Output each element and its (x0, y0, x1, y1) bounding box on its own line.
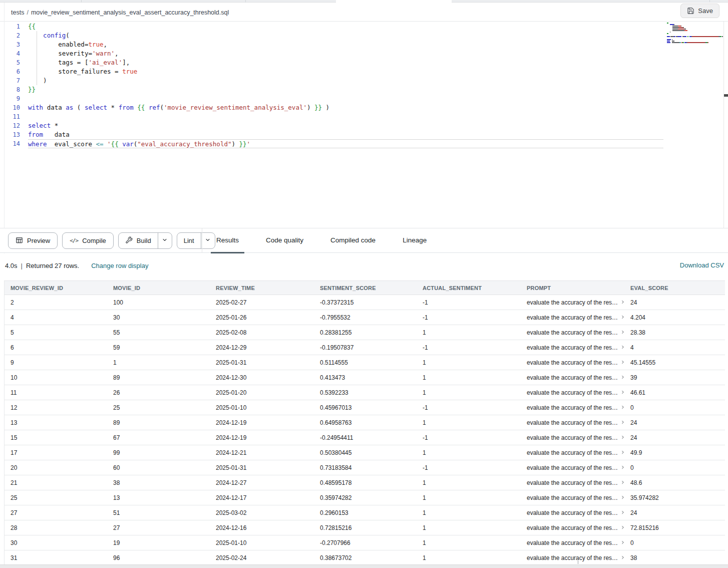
code-lines[interactable]: {{ config( enabled=true, severity='warn'… (28, 22, 663, 148)
column-header-prompt[interactable]: PROMPT (521, 281, 624, 295)
code-line[interactable]: }} (28, 85, 663, 94)
scrollbar-thumb[interactable] (724, 94, 728, 97)
expand-chevron-icon[interactable] (620, 494, 624, 501)
expand-chevron-icon[interactable] (620, 374, 624, 381)
cell-prompt[interactable]: evaluate the accuracy of the res… (521, 490, 624, 505)
expand-chevron-icon[interactable] (620, 434, 624, 441)
code-line[interactable]: ) (28, 76, 663, 85)
line-number[interactable]: 3 (0, 40, 20, 49)
code-brackets-icon: </> (70, 237, 78, 244)
breadcrumb-root[interactable]: tests (11, 9, 24, 16)
column-header-movie-review-id[interactable]: MOVIE_REVIEW_ID (5, 281, 107, 295)
line-number[interactable]: 2 (0, 31, 20, 40)
line-number[interactable]: 1 (0, 22, 20, 31)
cell-prompt[interactable]: evaluate the accuracy of the res… (521, 385, 624, 400)
code-line[interactable]: where eval_score <= '{{ var("eval_accura… (28, 139, 663, 148)
preview-button[interactable]: Preview (8, 232, 58, 249)
line-number[interactable]: 5 (0, 58, 20, 67)
tab-results[interactable]: Results (211, 228, 244, 253)
build-dropdown-toggle[interactable] (158, 233, 172, 248)
line-number[interactable]: 6 (0, 67, 20, 76)
cell-prompt[interactable]: evaluate the accuracy of the res… (521, 310, 624, 325)
line-number[interactable]: 9 (0, 94, 20, 103)
expand-chevron-icon[interactable] (620, 509, 624, 516)
expand-chevron-icon[interactable] (620, 479, 624, 486)
cell-prompt[interactable]: evaluate the accuracy of the res… (521, 475, 624, 490)
cell-prompt[interactable]: evaluate the accuracy of the res… (521, 430, 624, 445)
expand-chevron-icon[interactable] (620, 419, 624, 426)
expand-chevron-icon[interactable] (620, 404, 624, 411)
cell-review-time: 2024-12-29 (210, 340, 314, 355)
cell-prompt[interactable]: evaluate the accuracy of the res… (521, 535, 624, 550)
prompt-text: evaluate the accuracy of the res… (527, 464, 618, 471)
cell-prompt[interactable]: evaluate the accuracy of the res… (521, 520, 624, 535)
code-editor[interactable]: 1234567891011121314 {{ config( enabled=t… (0, 22, 728, 228)
code-line[interactable] (28, 112, 663, 121)
editor-scrollbar-track[interactable] (723, 22, 724, 228)
column-header-actual-sentiment[interactable]: ACTUAL_SENTIMENT (417, 281, 521, 295)
code-line[interactable]: tags = ['ai_eval'], (28, 58, 663, 67)
expand-chevron-icon[interactable] (620, 344, 624, 351)
cell-prompt[interactable]: evaluate the accuracy of the res… (521, 505, 624, 520)
line-number[interactable]: 4 (0, 49, 20, 58)
cell-prompt[interactable]: evaluate the accuracy of the res… (521, 460, 624, 475)
line-number[interactable]: 12 (0, 121, 20, 130)
expand-chevron-icon[interactable] (620, 464, 624, 471)
code-line[interactable]: config( (28, 31, 663, 40)
column-header-movie-id[interactable]: MOVIE_ID (107, 281, 210, 295)
expand-chevron-icon[interactable] (620, 554, 624, 561)
expand-chevron-icon[interactable] (620, 389, 624, 396)
expand-chevron-icon[interactable] (620, 539, 624, 546)
expand-chevron-icon[interactable] (620, 449, 624, 456)
expand-chevron-icon[interactable] (620, 359, 624, 366)
tab-lineage[interactable]: Lineage (397, 228, 432, 253)
code-line[interactable]: {{ (28, 22, 663, 31)
cell-prompt[interactable]: evaluate the accuracy of the res… (521, 370, 624, 385)
cell-prompt[interactable]: evaluate the accuracy of the res… (521, 325, 624, 340)
expand-chevron-icon[interactable] (620, 299, 624, 306)
cell-prompt[interactable]: evaluate the accuracy of the res… (521, 355, 624, 370)
tab-compiled-code[interactable]: Compiled code (325, 228, 381, 253)
cell-review-time: 2025-02-24 (210, 550, 314, 565)
cell-prompt[interactable]: evaluate the accuracy of the res… (521, 400, 624, 415)
line-number[interactable]: 13 (0, 130, 20, 139)
expand-chevron-icon[interactable] (620, 314, 624, 321)
cell-prompt[interactable]: evaluate the accuracy of the res… (521, 445, 624, 460)
cell-prompt[interactable]: evaluate the accuracy of the res… (521, 415, 624, 430)
build-button[interactable]: Build (119, 233, 158, 248)
download-csv-link[interactable]: Download CSV (680, 261, 724, 269)
column-header-review-time[interactable]: REVIEW_TIME (210, 281, 314, 295)
line-number[interactable]: 14 (0, 139, 20, 148)
column-header-eval-score[interactable]: EVAL_SCORE (624, 281, 725, 295)
change-row-display-link[interactable]: Change row display (91, 262, 148, 269)
cell-prompt[interactable]: evaluate the accuracy of the res… (521, 340, 624, 355)
code-line[interactable]: store_failures = true (28, 67, 663, 76)
code-line[interactable]: enabled=true, (28, 40, 663, 49)
code-line[interactable]: severity='warn', (28, 49, 663, 58)
line-number[interactable]: 8 (0, 85, 20, 94)
code-line[interactable]: from data (28, 130, 663, 139)
cell-prompt[interactable]: evaluate the accuracy of the res… (521, 550, 624, 565)
horizontal-scrollbar[interactable] (0, 564, 728, 568)
code-line[interactable]: with data as ( select * from {{ ref('mov… (28, 103, 663, 112)
line-number[interactable]: 7 (0, 76, 20, 85)
prompt-text: evaluate the accuracy of the res… (527, 314, 618, 321)
cell-sentiment-score: 0.38673702 (314, 550, 417, 565)
code-line[interactable]: select * (28, 121, 663, 130)
table-row: 21382024-12-270.485951781evaluate the ac… (5, 475, 725, 490)
save-button[interactable]: Save (680, 4, 719, 18)
cell-prompt[interactable]: evaluate the accuracy of the res… (521, 295, 624, 310)
expand-chevron-icon[interactable] (620, 329, 624, 336)
cell-eval-score: 0 (624, 460, 725, 475)
line-number[interactable]: 10 (0, 103, 20, 112)
compile-button[interactable]: </> Compile (62, 232, 114, 249)
minimap[interactable] (667, 23, 724, 46)
code-line[interactable] (28, 94, 663, 103)
expand-chevron-icon[interactable] (620, 524, 624, 531)
prompt-text: evaluate the accuracy of the res… (527, 434, 618, 441)
cell-eval-score: 24 (624, 505, 725, 520)
line-number[interactable]: 11 (0, 112, 20, 121)
tab-code-quality[interactable]: Code quality (260, 228, 309, 253)
column-header-sentiment-score[interactable]: SENTIMENT_SCORE (314, 281, 417, 295)
lint-button[interactable]: Lint (177, 233, 201, 248)
